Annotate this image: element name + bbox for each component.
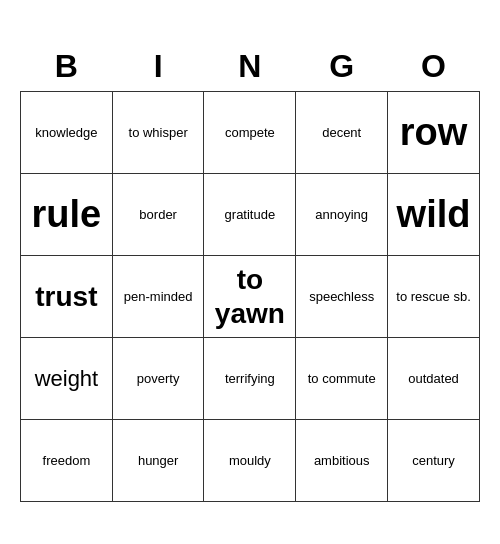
- bingo-cell-0-3: decent: [296, 92, 388, 174]
- bingo-cell-3-3: to commute: [296, 338, 388, 420]
- bingo-cell-2-1: pen-minded: [112, 256, 204, 338]
- bingo-cell-0-2: compete: [204, 92, 296, 174]
- bingo-cell-1-0: rule: [21, 174, 113, 256]
- bingo-header-n: N: [204, 42, 296, 92]
- bingo-row-3: weightpovertyterrifyingto commuteoutdate…: [21, 338, 480, 420]
- bingo-row-0: knowledgeto whispercompetedecentrow: [21, 92, 480, 174]
- bingo-row-1: rulebordergratitudeannoyingwild: [21, 174, 480, 256]
- bingo-header-o: O: [388, 42, 480, 92]
- bingo-cell-0-4: row: [388, 92, 480, 174]
- bingo-cell-2-0: trust: [21, 256, 113, 338]
- bingo-cell-4-4: century: [388, 420, 480, 502]
- bingo-card: BINGO knowledgeto whispercompetedecentro…: [20, 42, 480, 503]
- bingo-cell-4-2: mouldy: [204, 420, 296, 502]
- bingo-cell-3-2: terrifying: [204, 338, 296, 420]
- bingo-header-g: G: [296, 42, 388, 92]
- bingo-cell-4-1: hunger: [112, 420, 204, 502]
- bingo-cell-2-2: to yawn: [204, 256, 296, 338]
- bingo-row-4: freedomhungermouldyambitiouscentury: [21, 420, 480, 502]
- bingo-header-b: B: [21, 42, 113, 92]
- bingo-cell-0-0: knowledge: [21, 92, 113, 174]
- bingo-cell-2-3: speechless: [296, 256, 388, 338]
- bingo-cell-4-0: freedom: [21, 420, 113, 502]
- bingo-cell-0-1: to whisper: [112, 92, 204, 174]
- bingo-cell-1-2: gratitude: [204, 174, 296, 256]
- bingo-header-i: I: [112, 42, 204, 92]
- bingo-cell-3-1: poverty: [112, 338, 204, 420]
- bingo-row-2: trustpen-mindedto yawnspeechlessto rescu…: [21, 256, 480, 338]
- bingo-cell-3-0: weight: [21, 338, 113, 420]
- bingo-cell-1-1: border: [112, 174, 204, 256]
- bingo-cell-4-3: ambitious: [296, 420, 388, 502]
- bingo-cell-2-4: to rescue sb.: [388, 256, 480, 338]
- bingo-cell-3-4: outdated: [388, 338, 480, 420]
- bingo-cell-1-4: wild: [388, 174, 480, 256]
- bingo-cell-1-3: annoying: [296, 174, 388, 256]
